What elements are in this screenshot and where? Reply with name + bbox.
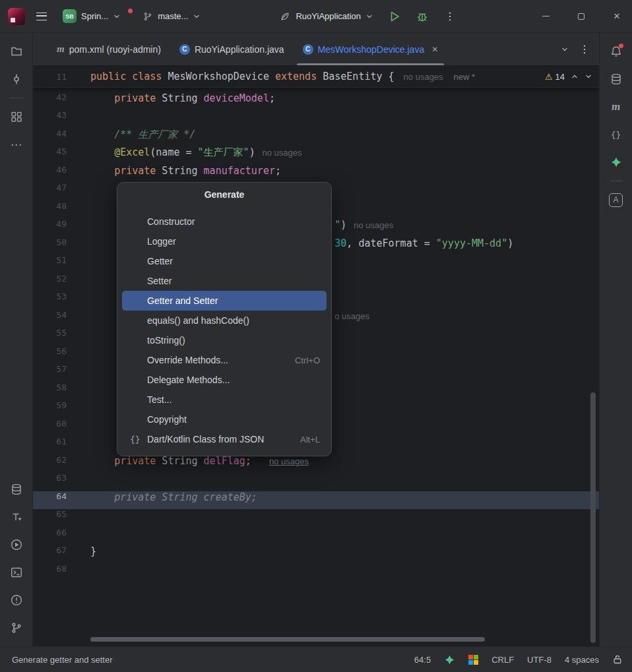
readonly-lock-icon[interactable] bbox=[612, 654, 623, 665]
popup-item-getter[interactable]: Getter bbox=[122, 251, 327, 271]
code-line-62[interactable]: 62 private String delFlag; no usages bbox=[33, 455, 599, 473]
code-line-64[interactable]: 64 private String createBy; bbox=[33, 491, 599, 510]
more-actions-button[interactable]: ⋮ bbox=[439, 5, 461, 28]
next-problem-chevron-down-icon[interactable] bbox=[585, 73, 592, 80]
code-line-66[interactable]: 66 bbox=[33, 528, 599, 546]
no-usages-link[interactable]: no usages bbox=[269, 456, 309, 466]
popup-item-logger[interactable]: Logger bbox=[122, 231, 327, 251]
class-file-icon: C bbox=[179, 44, 190, 55]
chevron-down-icon bbox=[113, 13, 121, 20]
database-tool-button[interactable] bbox=[5, 478, 28, 501]
main-menu-button[interactable] bbox=[30, 5, 53, 28]
line-number: 49 bbox=[33, 219, 90, 237]
commit-tool-button[interactable] bbox=[5, 68, 28, 90]
close-icon[interactable]: ✕ bbox=[431, 45, 438, 54]
problems-tool-button[interactable] bbox=[5, 589, 28, 611]
line-number: 45 bbox=[33, 146, 90, 165]
maven-file-icon: m bbox=[57, 44, 65, 55]
ai-plugin-star-icon[interactable] bbox=[444, 654, 455, 665]
maximize-button[interactable] bbox=[566, 0, 596, 33]
code-line-45[interactable]: 45 @Excel(name = "生产厂家") no usages bbox=[33, 146, 599, 165]
warning-icon: ⚠ bbox=[545, 73, 553, 81]
tab-more-kebab-icon[interactable]: ⋮ bbox=[579, 44, 590, 55]
kebab-icon: ⋮ bbox=[445, 11, 455, 22]
project-tool-button[interactable] bbox=[5, 40, 28, 63]
indent-style[interactable]: 4 spaces bbox=[565, 655, 599, 665]
caret-position[interactable]: 64:5 bbox=[414, 655, 431, 665]
line-number: 54 bbox=[33, 310, 90, 328]
file-encoding[interactable]: UTF-8 bbox=[527, 655, 552, 665]
code-line-43[interactable]: 43 bbox=[33, 110, 599, 129]
notifications-button[interactable] bbox=[605, 40, 627, 63]
git-branch-icon bbox=[142, 11, 153, 22]
ai-assistant-button[interactable]: A bbox=[605, 189, 627, 211]
minimize-button[interactable] bbox=[530, 0, 561, 33]
code-token: private bbox=[114, 455, 156, 467]
code-line-46[interactable]: 46 private String manufacturer; bbox=[33, 165, 599, 183]
services-tool-button[interactable] bbox=[5, 534, 28, 556]
code-token: /** 生产厂家 */ bbox=[114, 129, 195, 140]
editor-tab[interactable]: CMesWorkshopDevice.java✕ bbox=[294, 33, 448, 65]
warning-count[interactable]: 14 bbox=[555, 72, 565, 82]
close-button[interactable]: ✕ bbox=[602, 0, 632, 33]
code-line-44[interactable]: 44 /** 生产厂家 */ bbox=[33, 129, 599, 147]
usages-inlay[interactable]: no usages bbox=[404, 72, 443, 82]
popup-item-delegate-methods[interactable]: Delegate Methods... bbox=[122, 370, 327, 390]
code-token: private bbox=[114, 92, 156, 104]
popup-item-constructor[interactable]: Constructor bbox=[122, 212, 327, 231]
translation-icon bbox=[10, 510, 23, 524]
code-token: extends bbox=[275, 71, 323, 82]
editor-tab[interactable]: mpom.xml (ruoyi-admin) bbox=[47, 33, 170, 65]
database-tool-button[interactable] bbox=[605, 68, 627, 90]
tab-label: RuoYiApplication.java bbox=[195, 44, 284, 55]
popup-item-dart-kotlin-class-from-json[interactable]: {}Dart/Kotlin Class from JSONAlt+L bbox=[122, 429, 327, 449]
translation-tool-button[interactable] bbox=[5, 506, 28, 528]
line-separator[interactable]: CRLF bbox=[491, 655, 514, 665]
code-line-42[interactable]: 42 private String deviceModel; bbox=[33, 92, 599, 111]
maven-icon: m bbox=[612, 100, 620, 113]
tab-overflow-chevron-icon[interactable] bbox=[561, 46, 569, 53]
popup-item-test[interactable]: Test... bbox=[122, 390, 327, 410]
dependencies-tool-button[interactable]: {} bbox=[605, 123, 627, 146]
project-selector[interactable]: SB Sprin... bbox=[58, 7, 125, 26]
code-line-68[interactable]: 68 bbox=[33, 564, 599, 582]
terminal-tool-button[interactable] bbox=[5, 561, 28, 584]
line-number: 52 bbox=[33, 274, 90, 292]
windows-square-yellow bbox=[474, 660, 478, 665]
line-number: 43 bbox=[33, 110, 90, 129]
problems-icon bbox=[10, 594, 23, 607]
horizontal-scrollbar[interactable] bbox=[90, 637, 485, 642]
popup-item-override-methods[interactable]: Override Methods...Ctrl+O bbox=[122, 350, 327, 370]
popup-item-copyright[interactable]: Copyright bbox=[122, 410, 327, 429]
code-token: String bbox=[156, 92, 203, 104]
line-number: 42 bbox=[33, 92, 90, 111]
popup-item-label: toString() bbox=[147, 335, 320, 346]
sticky-class-declaration[interactable]: 11 public class MesWorkshopDevice extend… bbox=[33, 66, 599, 88]
popup-title: Generate bbox=[117, 183, 331, 206]
vertical-scrollbar[interactable] bbox=[590, 392, 596, 643]
popup-item-equals-and-hashcode[interactable]: equals() and hashCode() bbox=[122, 311, 327, 330]
line-number: 57 bbox=[33, 364, 90, 382]
line-number: 51 bbox=[33, 255, 90, 274]
windows-icon[interactable] bbox=[468, 655, 478, 665]
ai-plugin-button[interactable] bbox=[605, 151, 627, 173]
code-token: (name = bbox=[150, 146, 197, 158]
shortcut-hint: Ctrl+O bbox=[295, 355, 320, 365]
popup-item-setter[interactable]: Setter bbox=[122, 271, 327, 291]
more-tool-windows-button[interactable]: ⋯ bbox=[5, 133, 28, 156]
maven-tool-button[interactable]: m bbox=[605, 96, 627, 118]
code-token: ) bbox=[507, 237, 513, 249]
structure-tool-button[interactable] bbox=[5, 106, 28, 128]
popup-item-tostring[interactable]: toString() bbox=[122, 330, 327, 350]
popup-item-getter-and-setter[interactable]: Getter and Setter bbox=[122, 291, 327, 311]
prev-problem-chevron-up-icon[interactable] bbox=[571, 73, 579, 80]
version-control-tool-button[interactable] bbox=[5, 617, 28, 639]
code-line-63[interactable]: 63 bbox=[33, 473, 599, 491]
branch-selector[interactable]: maste... bbox=[138, 9, 205, 24]
run-button[interactable] bbox=[383, 5, 406, 28]
run-config-selector[interactable]: RuoYiApplication bbox=[274, 8, 378, 25]
debug-button[interactable] bbox=[411, 5, 433, 28]
code-line-67[interactable]: 67} bbox=[33, 545, 599, 564]
code-line-65[interactable]: 65 bbox=[33, 509, 599, 528]
editor-tab[interactable]: CRuoYiApplication.java bbox=[170, 33, 294, 65]
